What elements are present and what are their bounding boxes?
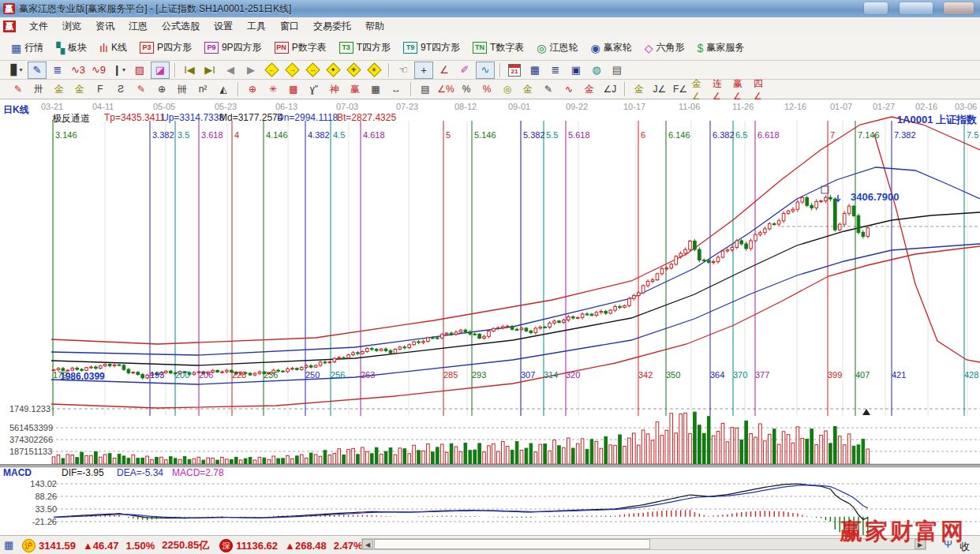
draw-tool-7-button[interactable]: ✎ — [132, 80, 151, 98]
close-button[interactable] — [944, 2, 974, 14]
bar-style-button[interactable]: ❙▾ — [110, 62, 129, 79]
draw-tool-6-button[interactable]: Ƨ — [111, 80, 130, 98]
draw-tool-26-button[interactable]: ◎ — [498, 80, 517, 98]
list-button[interactable]: ≣ — [48, 62, 67, 79]
draw-tool-17-button[interactable]: 神 — [325, 80, 344, 98]
menu-item-8[interactable]: 窗口 — [273, 17, 306, 36]
toolbar-button-K线[interactable]: ılıK线 — [93, 38, 133, 58]
crosshair-tool-button[interactable]: ＋ — [414, 62, 433, 79]
chart-region[interactable]: 03-2104-1105-0505-2306-1307-0307-2308-12… — [0, 99, 980, 535]
draw-tool-28-button[interactable]: ✎ — [539, 80, 558, 98]
menu-item-10[interactable]: 帮助 — [358, 17, 391, 36]
menu-item-3[interactable]: 资讯 — [88, 17, 122, 36]
draw-tool-35-button[interactable]: F∠ — [671, 80, 690, 98]
draw-tool-36-button[interactable]: 金∠ — [691, 80, 710, 98]
indicator-edit-button[interactable]: ✎ — [28, 62, 47, 79]
draw-tool-3-button[interactable]: 金 — [50, 80, 69, 98]
gann-cross-button[interactable]: ✛ — [344, 62, 363, 79]
draw-tool-38-button[interactable]: 赢∠ — [732, 80, 751, 98]
print-button[interactable]: ▤ — [608, 62, 627, 79]
hand-tool-button[interactable]: ☜ — [394, 62, 413, 79]
next-button[interactable]: ▶ — [241, 62, 260, 79]
maximize-button[interactable] — [900, 2, 933, 14]
toolbar-button-9P四方形[interactable]: P99P四方形 — [198, 38, 268, 58]
horizontal-scrollbar[interactable]: ◀ ▶ — [361, 538, 926, 550]
color-chart-button[interactable]: ◪ — [151, 62, 170, 79]
draw-tool-10-button[interactable]: n² — [193, 80, 212, 98]
draw-tool-9-button[interactable]: 卌 — [173, 80, 192, 98]
draw-tool-30-button[interactable]: 金 — [580, 80, 599, 98]
draw-tool-16-button[interactable]: ɣ" — [305, 80, 324, 98]
menu-item-2[interactable]: 浏览 — [55, 17, 88, 36]
notes-button[interactable]: ≣ — [546, 62, 565, 79]
menu-item-9[interactable]: 交易委托 — [306, 17, 358, 36]
gann-node-button[interactable]: ✦ — [324, 62, 342, 79]
curve-tool-button[interactable]: ∿ — [476, 62, 495, 79]
toolbar-button-六角形[interactable]: ◇六角形 — [638, 38, 691, 58]
date-tick-02-16: 02-16 — [915, 102, 937, 111]
wave-9-button[interactable]: ∿9 — [89, 62, 108, 79]
scroll-right-arrow[interactable]: ▶ — [915, 539, 926, 549]
draw-tool-5-button[interactable]: F — [91, 80, 110, 98]
draw-tool-31-button[interactable]: ∠J — [600, 80, 619, 98]
print-icon: ▤ — [612, 64, 622, 76]
draw-tool-19-button[interactable]: ▦ — [366, 80, 385, 98]
menu-item-4[interactable]: 江恩 — [122, 17, 155, 36]
gann-right-button[interactable]: → — [282, 62, 301, 79]
draw-tool-34-button[interactable]: J∠ — [650, 80, 669, 98]
angle-tool-button[interactable]: ∠ — [435, 62, 454, 79]
draw-tool-18-button[interactable]: 赢 — [346, 80, 365, 98]
candle-style-button[interactable]: ▊▾ — [7, 62, 26, 79]
toolbar-button-9T四方形[interactable]: T99T四方形 — [397, 38, 466, 58]
draw-tool-14-button[interactable]: ✳ — [264, 80, 282, 98]
last-button[interactable]: ▶I — [200, 62, 219, 79]
draw-tool-23-button[interactable]: ∠% — [436, 80, 455, 98]
toolbar-button-行情[interactable]: ▦行情 — [5, 38, 50, 58]
draw-tool-22-button[interactable]: ▤ — [416, 80, 435, 98]
first-button[interactable]: I◀ — [180, 62, 199, 79]
menu-item-5[interactable]: 公式选股 — [155, 17, 207, 36]
gann-left-button[interactable]: ← — [262, 62, 281, 79]
draw-tool-29-button[interactable]: ∿ — [559, 80, 578, 98]
draw-tool-25-button[interactable]: % — [477, 80, 496, 98]
minimize-button[interactable] — [864, 2, 888, 14]
draw-tool-button[interactable]: ✐ — [455, 62, 474, 79]
prev-button[interactable]: ◀ — [221, 62, 240, 79]
draw-tool-27-button[interactable]: 金 — [518, 80, 537, 98]
toolbar-button-江恩轮[interactable]: ◎江恩轮 — [530, 38, 584, 58]
save-button[interactable]: ▣ — [567, 62, 585, 79]
draw-tool-2-button[interactable]: 卅 — [29, 80, 48, 98]
gann-expand-button[interactable]: ↔ — [303, 62, 322, 79]
toolbar-button-赢家服务[interactable]: $赢家服务 — [691, 38, 751, 58]
calendar-button[interactable]: 21 — [505, 62, 524, 79]
web-button[interactable]: ◍ — [587, 62, 606, 79]
draw-tool-8-button[interactable]: ⊕ — [152, 80, 171, 98]
calculator-button[interactable]: ▦ — [526, 62, 544, 79]
gann-star-button[interactable]: ✳ — [365, 62, 383, 79]
scroll-thumb[interactable] — [374, 539, 650, 549]
menu-item-7[interactable]: 工具 — [240, 17, 273, 36]
draw-tool-37-button[interactable]: 连∠ — [712, 80, 731, 98]
menu-item-1[interactable]: 文件 — [22, 17, 55, 36]
draw-tool-15-button[interactable]: ▩ — [284, 80, 303, 98]
draw-tool-20-button[interactable]: ↔ — [387, 80, 406, 98]
toolbar-button-赢家轮[interactable]: ◉赢家轮 — [585, 38, 638, 58]
quote-grid-icon[interactable]: ▦ — [4, 540, 17, 551]
draw-tool-33-button[interactable]: 金 — [630, 80, 649, 98]
toolbar-button-T四方形[interactable]: T3T四方形 — [333, 38, 397, 58]
draw-tool-11-button[interactable]: ◭ — [214, 80, 233, 98]
draw-tool-13-button[interactable]: ⊕ — [243, 80, 262, 98]
menu-item-6[interactable]: 设置 — [207, 17, 240, 36]
draw-tool-4-button[interactable]: 金 — [70, 80, 89, 98]
draw-tool-24-button[interactable]: % — [457, 80, 476, 98]
indicator-edit-icon: ✎ — [33, 64, 42, 76]
pattern-button[interactable]: ▨ — [130, 62, 149, 79]
toolbar-button-P数字表[interactable]: PNP数字表 — [268, 38, 333, 58]
toolbar-button-T数字表[interactable]: TNT数字表 — [466, 38, 530, 58]
toolbar-button-P四方形[interactable]: P3P四方形 — [133, 38, 198, 58]
toolbar-button-板块[interactable]: ▚板块 — [50, 38, 93, 58]
draw-tool-1-button[interactable]: ✎ — [9, 80, 28, 98]
scroll-left-arrow[interactable]: ◀ — [362, 539, 373, 549]
draw-tool-39-button[interactable]: 四∠ — [753, 80, 772, 98]
wave-3-button[interactable]: ∿3 — [69, 62, 88, 79]
